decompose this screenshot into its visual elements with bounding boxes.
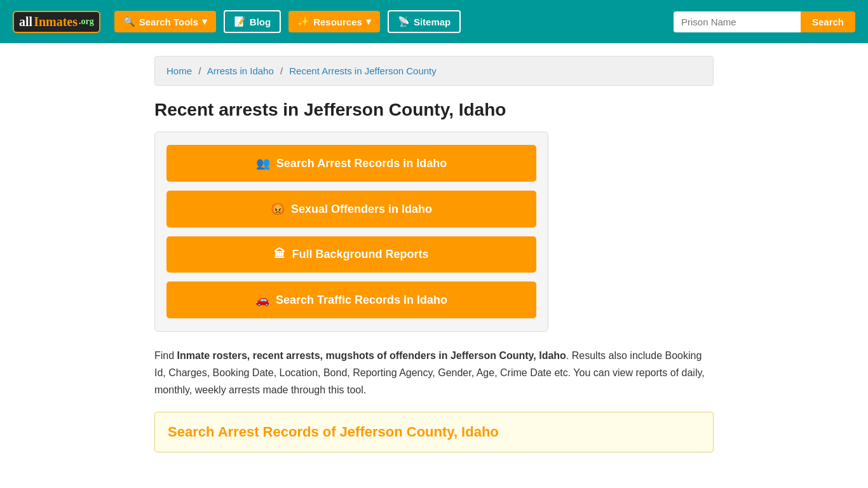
blog-button[interactable]: 📝 Blog: [224, 10, 281, 33]
search-arrest-records-button[interactable]: 👥 Search Arrest Records in Idaho: [166, 145, 536, 182]
background-reports-icon: 🏛: [274, 248, 285, 261]
full-background-reports-button[interactable]: 🏛 Full Background Reports: [166, 236, 536, 273]
sitemap-button[interactable]: 📡 Sitemap: [388, 10, 461, 33]
traffic-records-label: Search Traffic Records In Idaho: [276, 294, 447, 307]
page-title: Recent arrests in Jefferson County, Idah…: [154, 100, 714, 120]
resources-label: Resources: [313, 17, 362, 27]
resources-button[interactable]: ✨ Resources ▾: [288, 11, 380, 32]
arrest-records-label: Search Arrest Records in Idaho: [276, 157, 447, 170]
arrest-records-icon: 👥: [256, 156, 270, 170]
breadcrumb: Home / Arrests in Idaho / Recent Arrests…: [154, 56, 714, 86]
action-buttons-card: 👥 Search Arrest Records in Idaho 😡 Sexua…: [154, 132, 548, 332]
breadcrumb-sep-2: /: [280, 65, 283, 76]
sitemap-icon: 📡: [398, 16, 410, 27]
background-reports-label: Full Background Reports: [292, 248, 428, 261]
bottom-section-title: Search Arrest Records of Jefferson Count…: [168, 424, 700, 440]
header-search-label: Search: [812, 17, 844, 27]
description-prefix: Find: [154, 350, 177, 361]
sexual-offenders-label: Sexual Offenders in Idaho: [291, 203, 432, 216]
search-tools-label: Search Tools: [139, 17, 198, 27]
logo-org: .org: [79, 17, 94, 27]
header: allInmates.org 🔍 Search Tools ▾ 📝 Blog ✨…: [0, 0, 868, 43]
search-traffic-records-button[interactable]: 🚗 Search Traffic Records In Idaho: [166, 281, 536, 318]
search-tools-button[interactable]: 🔍 Search Tools ▾: [114, 11, 216, 32]
blog-label: Blog: [250, 17, 271, 27]
breadcrumb-home[interactable]: Home: [166, 65, 192, 76]
main-content: Home / Arrests in Idaho / Recent Arrests…: [142, 43, 726, 465]
resources-dropdown-icon: ▾: [366, 16, 371, 27]
bottom-section: Search Arrest Records of Jefferson Count…: [154, 412, 714, 452]
prison-name-input[interactable]: [674, 11, 801, 32]
resources-icon: ✨: [297, 16, 309, 27]
breadcrumb-sep-1: /: [198, 65, 201, 76]
traffic-records-icon: 🚗: [255, 293, 269, 307]
logo-inmates: Inmates: [34, 15, 78, 29]
breadcrumb-arrests-idaho[interactable]: Arrests in Idaho: [207, 65, 274, 76]
sitemap-label: Sitemap: [414, 17, 451, 27]
description-text: Find Inmate rosters, recent arrests, mug…: [154, 347, 714, 399]
logo-all: all: [19, 15, 32, 29]
header-search-button[interactable]: Search: [801, 11, 855, 32]
header-search: Search: [674, 11, 855, 32]
breadcrumb-current: Recent Arrests in Jefferson County: [289, 65, 437, 76]
sexual-offenders-button[interactable]: 😡 Sexual Offenders in Idaho: [166, 191, 536, 227]
search-tools-icon: 🔍: [123, 16, 135, 27]
description-bold: Inmate rosters, recent arrests, mugshots…: [177, 350, 566, 361]
logo[interactable]: allInmates.org: [13, 11, 100, 33]
sexual-offenders-icon: 😡: [271, 202, 285, 216]
blog-icon: 📝: [234, 16, 246, 27]
dropdown-icon: ▾: [202, 16, 207, 27]
